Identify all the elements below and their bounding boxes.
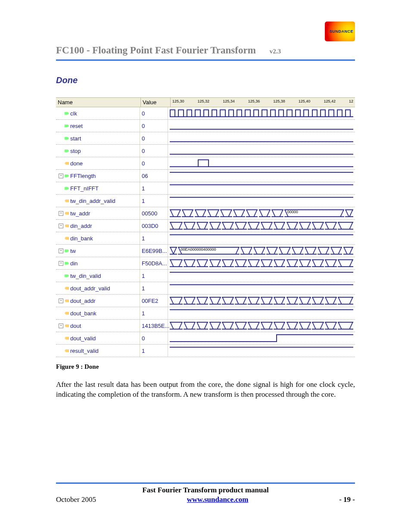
signal-value: 1 bbox=[140, 270, 168, 282]
signal-name: start bbox=[70, 135, 81, 142]
signal-name: dout_addr bbox=[70, 298, 96, 304]
signal-waveform: 00EA000000400000 bbox=[168, 245, 355, 257]
signal-name-cell: FFT_nIFFT bbox=[56, 182, 140, 194]
port-in-icon bbox=[65, 274, 69, 277]
signal-value: 003D0 bbox=[140, 220, 168, 232]
signal-value: F50D8A... bbox=[140, 257, 168, 269]
signal-row: +din_addr003D0 bbox=[56, 220, 355, 232]
signal-name: tw_din_valid bbox=[70, 273, 101, 279]
port-in-icon bbox=[65, 174, 69, 177]
signal-name: clk bbox=[70, 110, 77, 117]
signal-name: stop bbox=[70, 148, 81, 154]
signal-row: clk0 bbox=[56, 107, 355, 120]
signal-row: start0 bbox=[56, 132, 355, 145]
expand-icon[interactable]: + bbox=[59, 261, 63, 266]
signal-name: dout bbox=[70, 323, 81, 329]
expand-icon[interactable]: + bbox=[59, 211, 63, 216]
port-out-icon bbox=[65, 349, 69, 352]
signal-name-cell: done bbox=[56, 157, 140, 169]
signal-waveform bbox=[168, 257, 355, 269]
signal-name: din_addr bbox=[70, 223, 92, 229]
signal-row: tw_din_addr_valid1 bbox=[56, 195, 355, 207]
signal-waveform bbox=[168, 320, 355, 332]
signal-waveform bbox=[168, 132, 355, 144]
signal-value: E6E99B... bbox=[140, 245, 168, 257]
signal-name: dout_valid bbox=[70, 335, 96, 342]
brand-text: SUNDANCE bbox=[330, 29, 353, 34]
signal-waveform bbox=[168, 157, 355, 169]
bus-label: 00000 bbox=[287, 210, 298, 214]
expand-icon[interactable]: + bbox=[59, 324, 63, 328]
signal-value: 0 bbox=[140, 120, 168, 132]
signal-waveform bbox=[168, 232, 355, 244]
timeline-tick: 125,38 bbox=[273, 99, 285, 106]
footer-link[interactable]: www.sundance.com bbox=[187, 495, 249, 504]
signal-value: 1 bbox=[140, 282, 168, 294]
signal-name: FFTlength bbox=[70, 173, 96, 179]
expand-icon[interactable]: + bbox=[59, 299, 63, 303]
port-in-icon bbox=[65, 249, 69, 252]
signal-value: 0 bbox=[140, 332, 168, 344]
signal-row: tw_din_valid1 bbox=[56, 270, 355, 282]
signal-row: dout_bank1 bbox=[56, 307, 355, 320]
page-header: FC100 - Floating Point Fast Fourier Tran… bbox=[56, 45, 355, 61]
footer-page: - 19 - bbox=[339, 495, 355, 504]
signal-waveform bbox=[168, 120, 355, 132]
signal-row: +dout_addr00FE2 bbox=[56, 295, 355, 307]
signal-name-cell: +dout_addr bbox=[56, 295, 140, 307]
timeline-tick: 125,42 bbox=[324, 99, 336, 106]
signal-row: stop0 bbox=[56, 145, 355, 157]
signal-name: din_bank bbox=[70, 235, 93, 242]
signal-row: result_valid1 bbox=[56, 345, 355, 357]
signal-waveform bbox=[168, 195, 355, 207]
signal-value: 1 bbox=[140, 195, 168, 207]
expand-icon[interactable]: + bbox=[59, 249, 63, 253]
signal-name-cell: +din bbox=[56, 257, 140, 269]
signal-name-cell: dout_addr_valid bbox=[56, 282, 140, 294]
port-out-icon bbox=[65, 237, 69, 240]
signal-value: 06 bbox=[140, 170, 168, 182]
port-in-icon bbox=[65, 187, 69, 190]
col-name: Name bbox=[56, 98, 141, 107]
expand-icon[interactable]: + bbox=[59, 224, 63, 228]
signal-name: tw_addr bbox=[70, 210, 90, 217]
timeline-tick: 125,40 bbox=[299, 99, 311, 106]
section-heading: Done bbox=[56, 75, 355, 85]
signal-name-cell: stop bbox=[56, 145, 140, 157]
port-out-icon bbox=[65, 287, 69, 290]
port-out-icon bbox=[65, 299, 69, 302]
signal-waveform bbox=[168, 182, 355, 194]
col-value: Value bbox=[141, 98, 171, 107]
signal-name: FFT_nIFFT bbox=[70, 185, 99, 192]
signal-value: 1 bbox=[140, 345, 168, 357]
port-in-icon bbox=[65, 262, 69, 265]
signal-row: +FFTlength06 bbox=[56, 170, 355, 182]
bus-label: 00EA000000400000 bbox=[181, 247, 216, 252]
port-out-icon bbox=[65, 324, 69, 327]
signal-value: 1 bbox=[140, 182, 168, 194]
footer-rule bbox=[56, 482, 355, 484]
signal-value: 00500 bbox=[140, 207, 168, 219]
figure-caption: Figure 9 : Done bbox=[56, 363, 355, 370]
signal-name: done bbox=[70, 160, 83, 167]
timeline-ruler: 125,30125,32125,34125,36125,38125,40125,… bbox=[171, 98, 355, 107]
page-footer: Fast Fourier Transform product manual Oc… bbox=[56, 482, 355, 504]
footer-manual: Fast Fourier Transform product manual bbox=[56, 486, 355, 495]
header-rule bbox=[56, 59, 355, 61]
expand-icon[interactable]: + bbox=[59, 174, 63, 178]
signal-name-cell: tw_din_addr_valid bbox=[56, 195, 140, 207]
signal-row: dout_valid0 bbox=[56, 332, 355, 345]
port-in-icon bbox=[65, 149, 69, 152]
signal-name-cell: reset bbox=[56, 120, 140, 132]
timeline-tick: 125,34 bbox=[223, 99, 235, 106]
signal-waveform bbox=[168, 220, 355, 232]
body-paragraph: After the last result data has been outp… bbox=[56, 380, 355, 400]
signal-waveform bbox=[168, 107, 355, 119]
port-out-icon bbox=[65, 212, 69, 215]
signal-value: 0 bbox=[140, 107, 168, 119]
footer-date: October 2005 bbox=[56, 495, 96, 504]
signal-value: 0 bbox=[140, 145, 168, 157]
signal-row: +twE6E99B...00EA000000400000 bbox=[56, 245, 355, 257]
signal-name: din bbox=[70, 260, 78, 267]
signal-value: 00FE2 bbox=[140, 295, 168, 307]
